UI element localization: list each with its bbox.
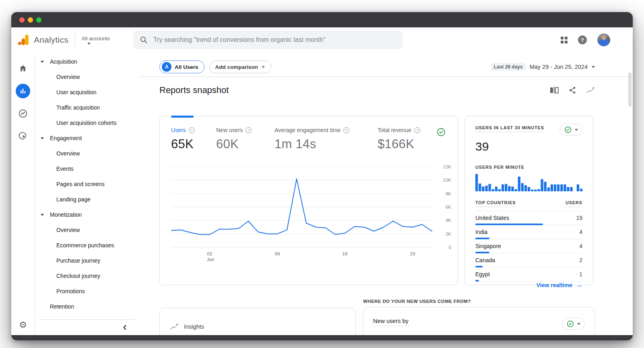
user-avatar[interactable] bbox=[597, 33, 610, 46]
sidebar-item-label: Overview bbox=[56, 227, 80, 233]
svg-text:Jun: Jun bbox=[207, 257, 215, 262]
collapse-sidebar-button[interactable] bbox=[35, 320, 139, 335]
country-bar bbox=[475, 238, 582, 239]
country-bar bbox=[475, 224, 582, 225]
sidebar-item-promotions[interactable]: Promotions bbox=[35, 284, 139, 299]
new-users-card: New users by bbox=[363, 307, 595, 335]
analytics-home-link[interactable]: Analytics bbox=[18, 35, 68, 45]
date-range-selector[interactable]: Last 28 days May 29 - Jun 25, 2024 bbox=[491, 63, 633, 71]
help-circle-icon[interactable]: ? bbox=[343, 127, 349, 133]
rail-item-explore[interactable] bbox=[16, 106, 30, 121]
metric-tab-total-revenue[interactable]: Total revenue?$166K bbox=[378, 127, 436, 151]
all-users-chip-label: All Users bbox=[175, 64, 198, 70]
help-button[interactable]: ? bbox=[578, 35, 587, 44]
sidebar-item-label: User acquisition bbox=[56, 89, 97, 95]
country-users: 2 bbox=[579, 257, 582, 263]
help-circle-icon[interactable]: ? bbox=[189, 127, 195, 133]
sidebar-item-events[interactable]: Events bbox=[35, 161, 139, 176]
zoom-window-button[interactable] bbox=[36, 17, 41, 23]
country-row: United States19 bbox=[475, 211, 582, 225]
insights-button[interactable]: Insights bbox=[169, 323, 346, 331]
minimize-window-button[interactable] bbox=[28, 17, 33, 23]
help-circle-icon[interactable]: ? bbox=[414, 127, 420, 133]
sidebar-item-overview[interactable]: Overview bbox=[35, 69, 139, 85]
metric-tab-new-users[interactable]: New users?60K bbox=[216, 127, 275, 151]
add-comparison-chip[interactable]: Add comparison + bbox=[209, 60, 271, 73]
sidebar-item-checkout-journey[interactable]: Checkout journey bbox=[35, 268, 139, 284]
compare-reports-icon[interactable] bbox=[550, 86, 559, 94]
sidebar-item-engagement[interactable]: Engagement bbox=[35, 130, 139, 146]
help-circle-icon[interactable]: ? bbox=[246, 127, 252, 133]
insights-sparkle-icon bbox=[169, 323, 179, 331]
metric-label: New users bbox=[216, 127, 243, 133]
page-title: Reports snapshot bbox=[159, 85, 229, 95]
snapshot-status-button[interactable] bbox=[436, 127, 446, 137]
home-icon bbox=[18, 64, 28, 73]
country-row: India4 bbox=[475, 225, 582, 239]
country-bar bbox=[475, 280, 582, 282]
svg-text:12K: 12K bbox=[443, 164, 452, 169]
insights-sparkle-icon[interactable] bbox=[586, 86, 595, 94]
search-bar[interactable] bbox=[133, 31, 402, 49]
sidebar-item-traffic-acquisition[interactable]: Traffic acquisition bbox=[35, 100, 139, 115]
country-users: 19 bbox=[576, 215, 582, 221]
sidebar-item-label: Events bbox=[56, 166, 74, 172]
gear-icon[interactable]: ⚙ bbox=[19, 321, 27, 329]
account-switcher[interactable]: All accounts bbox=[82, 35, 110, 45]
svg-text:8K: 8K bbox=[446, 191, 451, 196]
apps-grid-icon[interactable] bbox=[561, 37, 568, 44]
sidebar-item-acquisition[interactable]: Acquisition bbox=[35, 54, 139, 69]
metric-value: $166K bbox=[378, 137, 436, 151]
sidebar-item-pages-and-screens[interactable]: Pages and screens bbox=[35, 176, 139, 192]
ga-logo-icon bbox=[18, 35, 30, 45]
caret-down-icon[interactable] bbox=[41, 61, 44, 63]
advertising-icon bbox=[18, 131, 28, 141]
app-header: Analytics All accounts ? bbox=[11, 27, 633, 52]
scrollbar-thumb[interactable] bbox=[628, 72, 632, 107]
country-bar bbox=[475, 252, 582, 253]
date-range-badge: Last 28 days bbox=[491, 63, 526, 71]
users-line-chart: 12K10K8K6K4K2K002Jun091623 bbox=[171, 162, 458, 265]
caret-down-icon[interactable] bbox=[41, 137, 44, 139]
sidebar-item-overview[interactable]: Overview bbox=[35, 222, 139, 238]
sidebar-item-retention[interactable]: Retention bbox=[35, 299, 139, 314]
insights-card: Insights bbox=[159, 308, 356, 335]
rail-item-reports[interactable] bbox=[16, 84, 30, 98]
metric-tab-users[interactable]: Users?65K bbox=[171, 127, 216, 151]
product-name: Analytics bbox=[34, 35, 68, 45]
sidebar-item-monetization[interactable]: Monetization bbox=[35, 207, 139, 222]
reports-bar-chart-icon bbox=[19, 87, 27, 95]
sidebar-item-label: Overview bbox=[56, 150, 80, 157]
sidebar-item-label: Acquisition bbox=[50, 58, 77, 65]
sidebar-item-label: Overview bbox=[56, 74, 80, 80]
rail-item-home[interactable] bbox=[16, 61, 30, 76]
realtime-card: USERS IN LAST 30 MINUTES 39 USERS PER MI… bbox=[464, 116, 593, 285]
country-users: 1 bbox=[579, 271, 582, 278]
add-comparison-label: Add comparison bbox=[215, 64, 258, 70]
new-users-status-pill[interactable] bbox=[562, 318, 585, 330]
rail-item-advertising[interactable] bbox=[16, 129, 30, 143]
sidebar-item-user-acquisition-cohorts[interactable]: User acquisition cohorts bbox=[35, 115, 139, 130]
sidebar-item-label: Promotions bbox=[56, 288, 85, 294]
chevron-left-icon bbox=[122, 324, 128, 331]
view-realtime-link[interactable]: View realtime → bbox=[475, 282, 582, 288]
metric-tab-average-engagement-time[interactable]: Average engagement time?1m 14s bbox=[275, 127, 378, 151]
sidebar-item-label: Monetization bbox=[50, 211, 82, 218]
sidebar-item-label: User acquisition cohorts bbox=[56, 120, 116, 126]
share-icon[interactable] bbox=[568, 86, 576, 94]
sidebar-item-purchase-journey[interactable]: Purchase journey bbox=[35, 253, 139, 268]
sidebar-item-ecommerce-purchases[interactable]: Ecommerce purchases bbox=[35, 238, 139, 253]
sidebar-item-user-acquisition[interactable]: User acquisition bbox=[35, 85, 139, 100]
sidebar-item-landing-page[interactable]: Landing page bbox=[35, 192, 139, 207]
country-bar bbox=[475, 266, 582, 267]
search-input[interactable] bbox=[153, 36, 396, 44]
sidebar-item-label: Ecommerce purchases bbox=[56, 242, 114, 249]
titlebar bbox=[11, 12, 633, 27]
sidebar-item-overview[interactable]: Overview bbox=[35, 146, 139, 161]
all-users-chip[interactable]: A All Users bbox=[159, 60, 204, 73]
active-metric-tab-indicator bbox=[171, 116, 194, 118]
close-window-button[interactable] bbox=[19, 17, 25, 23]
realtime-status-pill[interactable] bbox=[559, 124, 582, 136]
top-countries-header: TOP COUNTRIES bbox=[475, 200, 516, 207]
caret-down-icon[interactable] bbox=[41, 214, 44, 216]
